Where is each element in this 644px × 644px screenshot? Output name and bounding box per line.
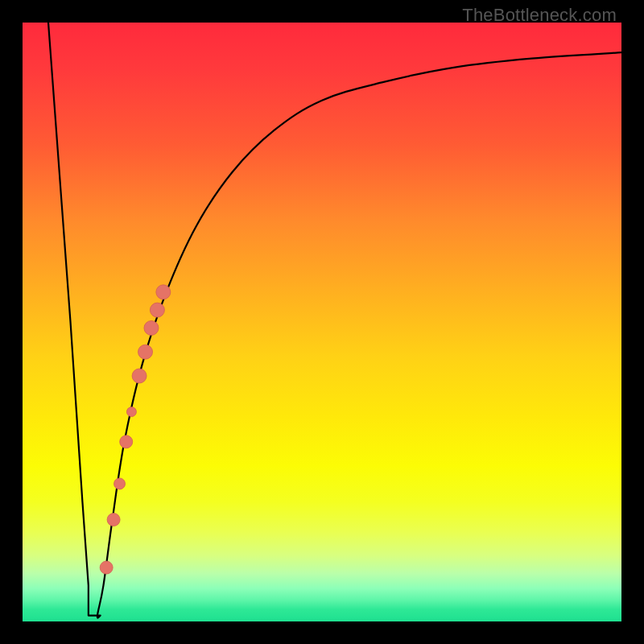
chart-frame: TheBottleneck.com (0, 0, 644, 644)
curve-marker (138, 345, 153, 359)
curve-marker (144, 320, 159, 335)
curve-marker (132, 369, 147, 383)
curve-layer (23, 23, 621, 621)
curve-marker (100, 561, 113, 574)
watermark-text: TheBottleneck.com (462, 5, 617, 26)
curve-marker (114, 478, 126, 489)
curve-marker (156, 285, 171, 299)
plot-area (23, 23, 621, 621)
curve-marker (107, 514, 120, 526)
curve-marker (126, 407, 136, 417)
curve-marker (120, 436, 133, 448)
curve-marker (150, 303, 164, 317)
bottleneck-curve (48, 23, 621, 618)
